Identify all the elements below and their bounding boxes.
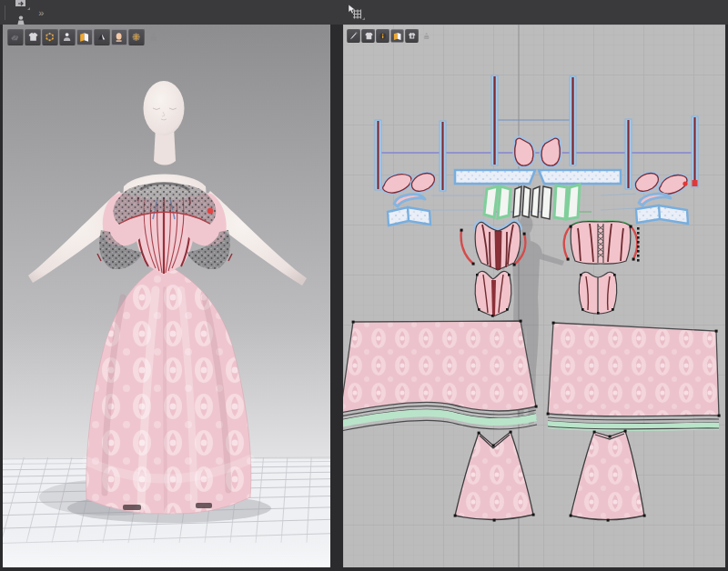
toolbar-2d-tools <box>343 0 368 25</box>
viewport-2d[interactable] <box>343 25 725 567</box>
stamp-tool-disabled <box>146 29 162 45</box>
avatar-skin-toggle[interactable] <box>111 29 127 45</box>
viewport-3d-toolbar <box>7 29 163 45</box>
cloth-surface-toggle[interactable] <box>7 29 24 45</box>
shirt-plain-icon <box>363 31 374 42</box>
scene-3d <box>3 25 330 567</box>
head-skin-icon <box>113 31 126 44</box>
pattern-info-toggle[interactable] <box>376 29 389 43</box>
application-window: » <box>0 0 728 571</box>
toolbar-separator <box>5 5 5 20</box>
grid-icon <box>347 4 364 21</box>
pin-marker[interactable] <box>207 208 213 214</box>
pattern-fill-toggle[interactable] <box>390 29 404 43</box>
viewport-3d[interactable] <box>3 25 330 567</box>
corset-front-center-band <box>495 231 501 269</box>
skirt-panel-left[interactable] <box>343 320 538 431</box>
shirt-plain-icon <box>26 31 39 44</box>
gore-8[interactable] <box>567 185 580 219</box>
gore-4[interactable] <box>522 186 531 217</box>
garment-2d-visibility-toggle[interactable] <box>361 29 375 43</box>
stamp-icon <box>421 31 432 42</box>
strip-right-inner[interactable] <box>625 119 632 189</box>
cloth-dark-icon <box>9 31 22 44</box>
strip-end-marker <box>693 180 698 186</box>
gore-1[interactable] <box>484 186 498 217</box>
paper-orange-icon <box>78 31 91 44</box>
petal-pin-marker <box>682 181 687 185</box>
garment-visibility-toggle[interactable] <box>25 29 41 45</box>
stamp-icon <box>147 31 160 44</box>
lace-band-left[interactable] <box>455 170 535 184</box>
strip-tall-left[interactable] <box>491 75 498 165</box>
lining-back-piece[interactable] <box>579 272 616 314</box>
strip-left-inner[interactable] <box>440 121 446 191</box>
gore-5[interactable] <box>531 186 540 217</box>
avatar-head <box>144 81 185 135</box>
stamp-2d-disabled <box>420 29 433 43</box>
pattern-overlay-toggle[interactable] <box>76 29 93 45</box>
skirt-panel-right[interactable] <box>547 322 721 431</box>
sphere-mesh-icon <box>130 31 143 44</box>
lock-pattern-toggle[interactable] <box>405 29 419 43</box>
cone-dark-icon <box>96 31 108 44</box>
needle-icon <box>349 31 359 42</box>
scene-2d <box>343 25 725 567</box>
grid-pattern-tool[interactable] <box>344 2 368 23</box>
hem-weight-right <box>196 503 212 508</box>
hem-weight-left <box>123 505 141 510</box>
shade-toggle[interactable] <box>94 29 110 45</box>
window-border-left <box>0 25 3 571</box>
person-icon <box>61 31 74 44</box>
toolbar-3d-tools: » <box>4 0 49 25</box>
gore-2[interactable] <box>498 186 511 218</box>
flag-page-icon <box>12 0 29 11</box>
gore-7[interactable] <box>554 185 567 219</box>
pins-circle-toggle[interactable] <box>42 29 58 45</box>
gore-6[interactable] <box>541 186 551 219</box>
pins-circle-icon <box>44 31 56 44</box>
lace-band-right[interactable] <box>539 170 621 184</box>
strip-tall-right[interactable] <box>570 76 576 165</box>
floor-fade <box>3 530 330 567</box>
toolbar-overflow-button[interactable]: » <box>33 2 49 23</box>
shirt-lock-icon <box>407 31 418 42</box>
strip-right-outer[interactable] <box>692 116 698 187</box>
paper-orange-icon <box>392 31 403 42</box>
petal-right-1[interactable] <box>635 174 658 192</box>
viewport-2d-toolbar <box>347 29 434 43</box>
viewport-divider[interactable] <box>330 25 343 567</box>
avatar-visibility-toggle[interactable] <box>59 29 76 45</box>
info-sphere-icon <box>378 31 389 42</box>
main-toolbar: » <box>0 0 728 25</box>
gown[interactable] <box>86 183 251 514</box>
strip-left-outer[interactable] <box>375 120 381 190</box>
avatar-mesh-toggle[interactable] <box>128 29 145 45</box>
gore-3[interactable] <box>513 186 521 217</box>
fold-arrangement-tool[interactable] <box>9 0 33 13</box>
needle-edit-toggle[interactable] <box>347 29 360 43</box>
window-border-bottom <box>0 567 728 571</box>
petal-left-2[interactable] <box>411 174 434 192</box>
